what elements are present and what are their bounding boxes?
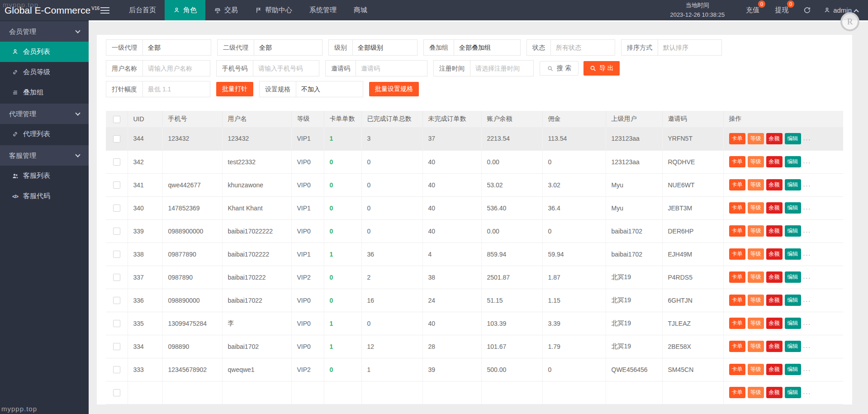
withdraw-link[interactable]: 提现 0 [775,6,788,14]
invite-code-input[interactable] [356,61,427,76]
nav-item-help-center[interactable]: 帮助中心 [247,0,301,20]
filter-sort-select[interactable]: 排序方式 默认排序 [621,39,722,56]
card-order-button[interactable]: 卡单 [729,341,745,352]
more-actions-button[interactable]: ... [803,319,811,326]
card-order-button[interactable]: 卡单 [729,202,745,214]
phone-input[interactable] [253,61,319,76]
filter-value[interactable]: 全部 [143,40,211,55]
batch-needle-button[interactable]: 批量打针 [216,82,253,96]
row-checkbox[interactable] [113,343,120,350]
row-checkbox[interactable] [113,228,120,235]
more-actions-button[interactable]: ... [803,157,811,165]
balance-button[interactable]: 余额 [766,202,783,214]
recharge-link[interactable]: 充值 0 [746,6,759,14]
filter-value[interactable]: 所有状态 [551,40,615,55]
more-actions-button[interactable]: ... [803,273,811,280]
balance-button[interactable]: 余额 [766,156,783,167]
row-checkbox[interactable] [113,320,120,327]
card-order-button[interactable]: 卡单 [729,248,745,260]
edit-button[interactable]: 编辑 [785,156,801,167]
edit-button[interactable]: 编辑 [785,271,801,283]
row-checkbox[interactable] [113,181,120,189]
level-button[interactable]: 等级 [748,364,764,375]
filter-level-select[interactable]: 级别 全部级别 [328,39,417,56]
filter-stack-group-select[interactable]: 叠加组 全部叠加组 [423,39,521,56]
row-checkbox[interactable] [113,389,120,396]
nav-item-roles[interactable]: 角色 [165,0,205,20]
balance-button[interactable]: 余额 [766,225,783,237]
filter-value[interactable]: 全部 [254,40,322,55]
row-checkbox[interactable] [113,274,120,281]
sidebar-item-service-list[interactable]: 客服列表 [0,166,89,186]
card-order-button[interactable]: 卡单 [729,179,745,190]
level-button[interactable]: 等级 [748,133,764,144]
row-checkbox[interactable] [113,135,120,143]
sidebar-group-member[interactable]: 会员管理 [0,21,89,42]
edit-button[interactable]: 编辑 [785,133,801,144]
level-button[interactable]: 等级 [748,387,764,398]
edit-button[interactable]: 编辑 [785,387,801,398]
more-actions-button[interactable]: ... [803,250,811,257]
balance-button[interactable]: 余额 [766,295,783,306]
more-actions-button[interactable]: ... [803,227,811,234]
balance-button[interactable]: 余额 [766,341,783,352]
balance-button[interactable]: 余额 [766,387,783,398]
row-checkbox[interactable] [113,251,120,258]
balance-button[interactable]: 余额 [766,271,783,283]
card-order-button[interactable]: 卡单 [729,318,745,329]
filter-value[interactable]: 默认排序 [658,40,721,55]
nav-item-system[interactable]: 系统管理 [301,0,345,20]
level-button[interactable]: 等级 [748,156,764,167]
more-actions-button[interactable]: ... [803,342,811,349]
edit-button[interactable]: 编辑 [785,295,801,306]
row-checkbox[interactable] [113,366,120,373]
filter-value[interactable]: 全部叠加组 [454,40,520,55]
card-order-button[interactable]: 卡单 [729,133,745,144]
card-order-button[interactable]: 卡单 [729,271,745,283]
balance-button[interactable]: 余额 [766,179,783,190]
edit-button[interactable]: 编辑 [785,202,801,214]
filter-agent1-select[interactable]: 一级代理 全部 [106,39,211,56]
balance-button[interactable]: 余额 [766,133,783,144]
filter-value[interactable]: 全部级别 [353,40,417,55]
card-order-button[interactable]: 卡单 [729,364,745,375]
card-order-button[interactable]: 卡单 [729,295,745,306]
more-actions-button[interactable]: ... [803,134,811,142]
level-button[interactable]: 等级 [748,202,764,214]
sidebar-group-agent[interactable]: 代理管理 [0,104,89,124]
filter-agent2-select[interactable]: 二级代理 全部 [217,39,323,56]
search-button[interactable]: 搜 索 [540,61,579,76]
edit-button[interactable]: 编辑 [785,225,801,237]
row-checkbox[interactable] [113,297,120,304]
nav-item-dashboard[interactable]: 后台首页 [120,0,165,20]
more-actions-button[interactable]: ... [803,181,811,188]
balance-button[interactable]: 余额 [766,248,783,260]
more-actions-button[interactable]: ... [803,388,811,395]
nav-item-transactions[interactable]: 交易 [205,0,247,20]
sidebar-item-stack-group[interactable]: 叠加组 [0,82,89,103]
level-button[interactable]: 等级 [748,295,764,306]
card-order-button[interactable]: 卡单 [729,156,745,167]
level-button[interactable]: 等级 [748,248,764,260]
edit-button[interactable]: 编辑 [785,179,801,190]
card-order-button[interactable]: 卡单 [729,387,745,398]
level-button[interactable]: 等级 [748,318,764,329]
export-button[interactable]: 导 出 [583,61,620,76]
more-actions-button[interactable]: ... [803,365,811,372]
level-button[interactable]: 等级 [748,179,764,190]
username-input[interactable] [143,61,210,76]
level-button[interactable]: 等级 [748,341,764,352]
level-button[interactable]: 等级 [748,225,764,237]
filter-value[interactable]: 不加入 [296,81,363,97]
edit-button[interactable]: 编辑 [785,364,801,375]
register-time-input[interactable] [470,61,533,76]
balance-button[interactable]: 余额 [766,364,783,375]
batch-spec-button[interactable]: 批量设置规格 [369,82,419,96]
sidebar-item-member-list[interactable]: 会员列表 [0,42,89,62]
sidebar-item-agent-list[interactable]: 代理列表 [0,124,89,144]
more-actions-button[interactable]: ... [803,204,811,211]
sidebar-group-service[interactable]: 客服管理 [0,145,89,166]
edit-button[interactable]: 编辑 [785,341,801,352]
select-all-checkbox[interactable] [113,116,120,123]
sidebar-item-member-level[interactable]: 会员等级 [0,62,89,82]
